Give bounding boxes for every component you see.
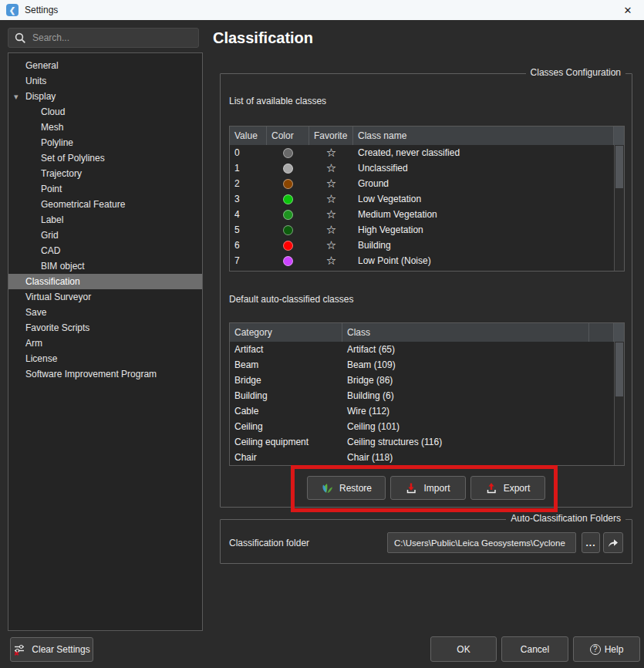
table-row[interactable]: BuildingBuilding (6): [230, 388, 614, 403]
class-value: 4: [230, 209, 267, 220]
class-value: Beam (109): [342, 359, 589, 370]
sidebar-item-label[interactable]: Label: [8, 212, 202, 228]
settings-dialog: ❮ Settings ✕ GeneralUnits▾DisplayCloudMe…: [0, 0, 644, 668]
sidebar-item-favorite-scripts[interactable]: Favorite Scripts: [8, 320, 202, 336]
table-row[interactable]: CeilingCeiling (101): [230, 419, 614, 434]
sidebar-item-display[interactable]: ▾Display: [8, 89, 202, 104]
table-row[interactable]: ChairChair (118): [230, 450, 614, 465]
table-row[interactable]: 7☆Low Point (Noise): [230, 253, 614, 268]
browse-button[interactable]: ...: [582, 532, 600, 553]
table-row[interactable]: 5☆High Vegetation: [230, 222, 614, 238]
class-color-swatch[interactable]: [283, 241, 293, 251]
sidebar-item-label: Classification: [25, 276, 80, 287]
sidebar-item-mesh[interactable]: Mesh: [8, 120, 202, 135]
class-color-cell: [267, 179, 309, 189]
column-header-classname[interactable]: Class name: [353, 127, 614, 145]
title-bar: ❮ Settings ✕: [0, 0, 644, 20]
classes-table-body: 0☆Created, never classified1☆Unclassifie…: [230, 145, 614, 271]
table-row[interactable]: 4☆Medium Vegetation: [230, 207, 614, 222]
favorite-star-icon[interactable]: ☆: [309, 209, 353, 220]
scrollbar-thumb[interactable]: [615, 342, 623, 396]
column-header-favorite[interactable]: Favorite: [309, 127, 353, 145]
favorite-star-icon[interactable]: ☆: [309, 147, 353, 158]
class-color-swatch[interactable]: [283, 210, 293, 220]
column-header-category[interactable]: Category: [230, 323, 342, 342]
clear-settings-button[interactable]: Clear Settings: [10, 637, 93, 662]
favorite-star-icon[interactable]: ☆: [309, 163, 353, 174]
restore-button[interactable]: Restore: [307, 476, 386, 500]
sidebar-item-license[interactable]: License: [8, 351, 202, 366]
sidebar-item-polyline[interactable]: Polyline: [8, 135, 202, 150]
sidebar-item-cloud[interactable]: Cloud: [8, 104, 202, 120]
table-row[interactable]: 3☆Low Vegetation: [230, 191, 614, 207]
chevron-down-icon[interactable]: ▾: [14, 89, 19, 104]
table-row[interactable]: CableWire (112): [230, 403, 614, 419]
sidebar-item-geometrical-feature[interactable]: Geometrical Feature: [8, 197, 202, 212]
table-row[interactable]: 6☆Building: [230, 238, 614, 253]
scrollbar-thumb[interactable]: [615, 146, 623, 188]
sidebar-item-save[interactable]: Save: [8, 305, 202, 320]
class-name: High Vegetation: [353, 224, 614, 235]
column-header-class[interactable]: Class: [342, 323, 589, 342]
category-value: Ceiling equipment: [230, 437, 342, 447]
table-row[interactable]: 0☆Created, never classified: [230, 145, 614, 160]
favorite-star-icon[interactable]: ☆: [309, 194, 353, 204]
classification-folder-path[interactable]: C:\Users\Public\Leica Geosystems\Cyclone: [387, 532, 576, 553]
sidebar-item-units[interactable]: Units: [8, 73, 202, 89]
table-row[interactable]: ArtifactArtifact (65): [230, 342, 614, 357]
sidebar-item-label: License: [25, 353, 57, 364]
sidebar-item-label: Arm: [25, 338, 42, 349]
sidebar-item-classification[interactable]: Classification: [8, 274, 202, 289]
sidebar-item-label: Save: [25, 307, 46, 318]
class-color-cell: [267, 256, 309, 266]
sidebar-item-grid[interactable]: Grid: [8, 228, 202, 243]
class-color-cell: [267, 268, 309, 271]
browse-button-label: ...: [585, 538, 595, 548]
import-button[interactable]: Import: [390, 476, 466, 500]
class-color-swatch[interactable]: [283, 256, 293, 266]
sidebar-item-software-improvement-program[interactable]: Software Improvement Program: [8, 366, 202, 382]
help-button[interactable]: ? Help: [573, 636, 640, 662]
class-value: Bridge (86): [342, 375, 589, 386]
sidebar-item-bim-object[interactable]: BIM object: [8, 258, 202, 274]
table-row[interactable]: BridgeBridge (86): [230, 373, 614, 388]
table-row[interactable]: BeamBeam (109): [230, 357, 614, 373]
column-header-color[interactable]: Color: [267, 127, 309, 145]
table-row[interactable]: 1☆Unclassified: [230, 160, 614, 176]
sidebar-item-point[interactable]: Point: [8, 181, 202, 197]
class-color-swatch[interactable]: [283, 148, 293, 158]
search-icon: [15, 32, 26, 44]
sidebar-item-cad[interactable]: CAD: [8, 243, 202, 258]
auto-table-scrollbar[interactable]: [614, 342, 624, 465]
open-folder-button[interactable]: [603, 532, 623, 553]
search-input[interactable]: [32, 32, 179, 43]
cancel-button[interactable]: Cancel: [501, 636, 568, 662]
sidebar-item-virtual-surveyor[interactable]: Virtual Surveyor: [8, 289, 202, 305]
list-of-classes-label: List of available classes: [229, 96, 326, 106]
class-color-swatch[interactable]: [283, 194, 293, 204]
favorite-star-icon[interactable]: ☆: [309, 224, 353, 235]
class-color-cell: [267, 210, 309, 220]
sidebar-item-general[interactable]: General: [8, 58, 202, 73]
favorite-star-icon[interactable]: ☆: [309, 240, 353, 251]
table-row[interactable]: Ceiling equipmentCeiling structures (116…: [230, 434, 614, 450]
sidebar-item-set-of-polylines[interactable]: Set of Polylines: [8, 150, 202, 166]
table-row[interactable]: 2☆Ground: [230, 176, 614, 191]
classes-table-scrollbar[interactable]: [614, 145, 624, 271]
close-icon[interactable]: ✕: [616, 0, 639, 20]
sidebar-item-trajectory[interactable]: Trajectory: [8, 166, 202, 181]
class-color-swatch[interactable]: [283, 225, 293, 235]
search-box[interactable]: [8, 28, 199, 48]
sidebar-item-arm[interactable]: Arm: [8, 336, 202, 351]
class-name: Low Vegetation: [353, 194, 614, 204]
favorite-star-icon[interactable]: ☆: [309, 255, 353, 266]
column-header-value[interactable]: Value: [230, 127, 267, 145]
ok-button[interactable]: OK: [430, 636, 497, 662]
class-color-swatch[interactable]: [283, 164, 293, 174]
table-row-partial[interactable]: [230, 268, 614, 271]
class-color-swatch[interactable]: [283, 179, 293, 189]
export-button[interactable]: Export: [470, 476, 545, 500]
favorite-star-icon[interactable]: ☆: [309, 178, 353, 189]
sidebar-item-label: Virtual Surveyor: [25, 292, 91, 302]
sidebar-item-label: Units: [25, 76, 46, 86]
